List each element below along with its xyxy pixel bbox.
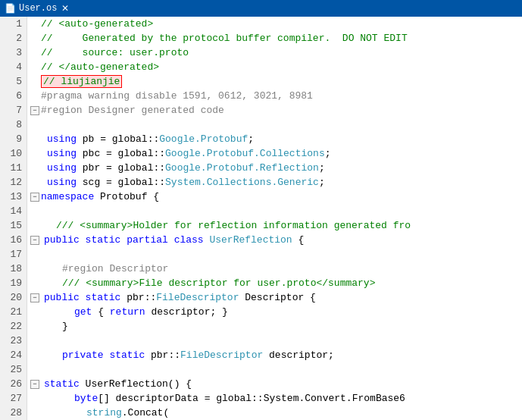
line-2-text: // Generated by the protocol buffer comp… — [41, 31, 408, 45]
line-25-text — [41, 362, 47, 377]
line-1-text: // <auto-generated> — [41, 17, 153, 31]
line-14-text — [41, 204, 47, 218]
line-18: #region Descriptor — [30, 262, 522, 276]
line-27: byte[] descriptorData = global::System.C… — [30, 391, 522, 406]
line-16-text: public static partial class UserReflecti… — [41, 233, 304, 247]
line-10-text: using pbc = global::Google.Protobuf.Coll… — [41, 146, 331, 161]
line-13: − namespace Protobuf { — [30, 190, 522, 204]
line-14 — [30, 204, 522, 218]
line-5: // liujianjie — [30, 74, 522, 89]
line-23 — [30, 334, 522, 348]
line-26-text: static UserReflection() { — [41, 377, 192, 391]
line-3: // source: user.proto — [30, 45, 522, 60]
line-11-text: using pbr = global::Google.Protobuf.Refl… — [41, 161, 325, 175]
line-8-text — [41, 118, 47, 132]
line-2: // Generated by the protocol buffer comp… — [30, 31, 522, 45]
line-22-text: } — [41, 319, 68, 334]
line-19-text: /// <summary>File descriptor for user.pr… — [41, 276, 375, 290]
line-17-text — [41, 247, 47, 262]
line-1: // <auto-generated> — [30, 17, 522, 31]
line-13-text: namespace Protobuf { — [41, 190, 159, 204]
line-18-text: #region Descriptor — [41, 262, 168, 276]
line-21: get { return descriptor; } — [30, 305, 522, 319]
line-26: − static UserReflection() { — [30, 377, 522, 391]
line-15: /// <summary>Holder for reflection infor… — [30, 218, 522, 233]
line-16: − public static partial class UserReflec… — [30, 233, 522, 247]
line-6-text: #pragma warning disable 1591, 0612, 3021… — [41, 89, 313, 103]
line-17 — [30, 247, 522, 262]
line-6: #pragma warning disable 1591, 0612, 3021… — [30, 89, 522, 103]
line-7-text: #region Designer generated code — [41, 103, 224, 118]
line-7: − #region Designer generated code — [30, 103, 522, 118]
line-21-text: get { return descriptor; } — [41, 305, 228, 319]
line-12: using scg = global::System.Collections.G… — [30, 175, 522, 190]
line-24-text: private static pbr::FileDescriptor descr… — [41, 348, 334, 362]
line-4: // </auto-generated> — [30, 60, 522, 74]
fold-btn-16[interactable]: − — [30, 236, 39, 245]
editor-window: 📄 User.os ✕ 1 2 3 4 5 6 7 8 9 10 11 12 1… — [0, 0, 522, 420]
line-numbers: 1 2 3 4 5 6 7 8 9 10 11 12 13 14 15 16 1… — [0, 17, 27, 420]
line-11: using pbr = global::Google.Protobuf.Refl… — [30, 161, 522, 175]
code-content: // <auto-generated> // Generated by the … — [27, 17, 522, 420]
line-28: string.Concat( — [30, 406, 522, 420]
line-10: using pbc = global::Google.Protobuf.Coll… — [30, 146, 522, 161]
line-27-text: byte[] descriptorData = global::System.C… — [41, 391, 405, 406]
line-23-text — [41, 334, 47, 348]
code-area: 1 2 3 4 5 6 7 8 9 10 11 12 13 14 15 16 1… — [0, 17, 522, 420]
file-icon: 📄 — [5, 3, 16, 14]
line-12-text: using scg = global::System.Collections.G… — [41, 175, 325, 190]
fold-btn-7[interactable]: − — [30, 106, 39, 115]
fold-btn-26[interactable]: − — [30, 380, 39, 389]
line-8 — [30, 118, 522, 132]
line-19: /// <summary>File descriptor for user.pr… — [30, 276, 522, 290]
title-text: User.os — [19, 3, 57, 14]
line-20-text: public static pbr::FileDescriptor Descri… — [41, 290, 316, 305]
line-20: − public static pbr::FileDescriptor Desc… — [30, 290, 522, 305]
line-9: using pb = global::Google.Protobuf; — [30, 132, 522, 146]
line-5-text: // liujianjie — [41, 74, 122, 89]
fold-btn-20[interactable]: − — [30, 293, 39, 302]
line-28-text: string.Concat( — [41, 406, 169, 420]
line-25 — [30, 362, 522, 377]
line-4-text: // </auto-generated> — [41, 60, 159, 74]
fold-btn-13[interactable]: − — [30, 193, 39, 202]
line-24: private static pbr::FileDescriptor descr… — [30, 348, 522, 362]
title-bar: 📄 User.os ✕ — [0, 0, 522, 17]
line-22: } — [30, 319, 522, 334]
line-3-text: // source: user.proto — [41, 45, 189, 60]
line-9-text: using pb = global::Google.Protobuf; — [41, 132, 254, 146]
close-button[interactable]: ✕ — [60, 3, 70, 14]
line-15-text: /// <summary>Holder for reflection infor… — [41, 218, 411, 233]
